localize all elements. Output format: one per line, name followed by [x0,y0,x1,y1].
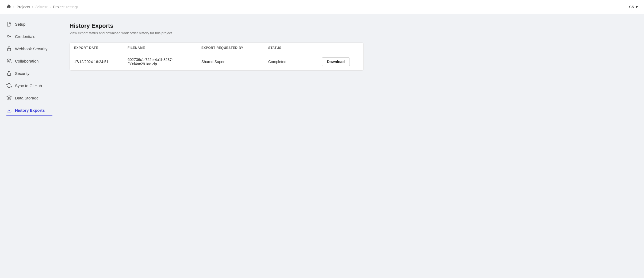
svg-marker-8 [7,96,11,98]
sidebar-item-data-storage[interactable]: Data Storage [0,92,59,104]
breadcrumb: › Projects › 3dstest › Project settings [6,4,78,10]
sidebar-label-security: Security [15,71,29,76]
user-menu[interactable]: SS ▾ [629,5,638,9]
col-status: STATUS [268,46,322,50]
sidebar-item-history-exports[interactable]: History Exports [0,104,59,117]
col-export-date: EXPORT DATE [74,46,128,50]
page-title: History Exports [70,22,633,29]
lock-icon-security [6,71,12,76]
sidebar-label-credentials: Credentials [15,34,35,39]
cell-export-date: 17/12/2024 16:24:51 [74,60,128,64]
main-content: History Exports View export status and d… [59,14,644,278]
home-icon[interactable] [6,4,11,10]
col-requested-by: EXPORT REQUESTED BY [201,46,268,50]
sidebar-item-security[interactable]: Security [0,67,59,80]
table-header: EXPORT DATE FILENAME EXPORT REQUESTED BY… [70,43,363,53]
sidebar-label-collaboration: Collaboration [15,59,39,63]
cell-requested-by: Shared Super [201,60,268,64]
breadcrumb-project[interactable]: 3dstest [36,5,48,9]
sidebar: Setup Credentials Webhook Security Colla… [0,14,59,278]
sidebar-label-setup: Setup [15,22,25,26]
svg-rect-4 [7,48,11,51]
export-icon [6,107,12,113]
breadcrumb-sep-3: › [50,5,51,9]
breadcrumb-sep-1: › [13,5,14,9]
col-filename: FILENAME [128,46,201,50]
main-layout: Setup Credentials Webhook Security Colla… [0,14,644,278]
cell-status: Completed [268,60,322,64]
user-initials: SS [629,5,634,9]
svg-point-1 [7,36,9,37]
cell-action: Download [322,57,359,66]
col-action [322,46,359,50]
download-button[interactable]: Download [322,57,350,66]
key-icon [6,34,12,39]
breadcrumb-settings[interactable]: Project settings [53,5,79,9]
page-subtitle: View export status and download work ord… [70,31,633,35]
sidebar-item-setup[interactable]: Setup [0,18,59,30]
sidebar-label-history-exports: History Exports [15,108,45,113]
sidebar-item-sync-github[interactable]: Sync to GitHub [0,80,59,92]
sidebar-item-collaboration[interactable]: Collaboration [0,55,59,67]
topbar: › Projects › 3dstest › Project settings … [0,0,644,14]
svg-rect-0 [7,22,10,26]
sidebar-label-data-storage: Data Storage [15,96,39,100]
svg-point-6 [10,59,11,60]
file-icon [6,21,12,27]
sync-icon [6,83,12,88]
breadcrumb-projects[interactable]: Projects [17,5,30,9]
layers-icon [6,95,12,101]
sidebar-label-sync: Sync to GitHub [15,83,42,88]
svg-rect-7 [7,73,11,75]
svg-point-5 [7,59,9,61]
exports-table: EXPORT DATE FILENAME EXPORT REQUESTED BY… [70,43,364,71]
users-icon [6,58,12,64]
lock-icon-webhook [6,46,12,51]
sidebar-item-webhook-security[interactable]: Webhook Security [0,43,59,55]
table-row: 17/12/2024 16:24:51 602736c1-722e-4a1f-8… [70,53,363,70]
cell-filename: 602736c1-722e-4a1f-8237-f30d4ac291ac.zip [128,57,201,66]
breadcrumb-sep-2: › [32,5,33,9]
sidebar-label-webhook: Webhook Security [15,47,47,51]
sidebar-item-credentials[interactable]: Credentials [0,30,59,43]
user-dropdown-icon: ▾ [636,5,638,9]
